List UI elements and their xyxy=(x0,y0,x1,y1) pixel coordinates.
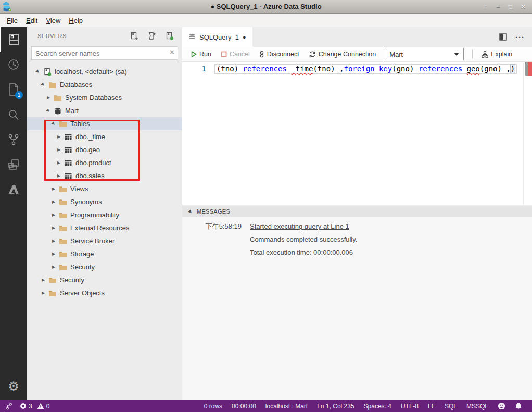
status-bar-right: 0 rows00:00:00localhost : MartLn 1, Col … xyxy=(199,402,527,410)
activitybar-search[interactable] xyxy=(0,102,27,127)
chevron-collapsed-icon[interactable]: ▶ xyxy=(49,226,58,230)
change-connection-button[interactable]: Change Connection xyxy=(305,47,380,61)
menu-help[interactable]: Help xyxy=(65,15,86,26)
shade-button[interactable]: ↑ xyxy=(481,3,490,10)
chevron-expanded-icon[interactable]: ▶ xyxy=(44,106,53,116)
code-area[interactable]: (tno) references _time(tno) ,foreign key… xyxy=(214,62,523,205)
menu-view[interactable]: View xyxy=(42,15,64,26)
tree-item-storage[interactable]: ▶Storage xyxy=(27,247,182,260)
chevron-collapsed-icon[interactable]: ▶ xyxy=(49,199,58,204)
tree-item-programmability[interactable]: ▶Programmability xyxy=(27,208,182,221)
tree-item-service-broker[interactable]: ▶Service Broker xyxy=(27,234,182,247)
menu-file[interactable]: File xyxy=(3,15,21,26)
status-connection[interactable]: localhost : Mart xyxy=(261,403,312,410)
explain-button[interactable]: Explain xyxy=(478,47,516,61)
activitybar-azure[interactable] xyxy=(0,177,27,202)
status-language-mode[interactable]: SQL xyxy=(440,403,462,410)
chevron-expanded-icon[interactable]: ▶ xyxy=(33,67,43,77)
split-editor-icon[interactable] xyxy=(499,33,507,41)
overview-ruler[interactable] xyxy=(523,62,532,205)
tree-item-localhost-default-sa[interactable]: ▶localhost, <default> (sa) xyxy=(27,65,182,78)
chevron-collapsed-icon[interactable]: ▶ xyxy=(55,173,63,178)
chevron-collapsed-icon[interactable]: ▶ xyxy=(49,213,58,217)
status-indentation[interactable]: Spaces: 4 xyxy=(359,403,396,410)
messages-panel-header[interactable]: ▶ MESSAGES xyxy=(182,206,532,217)
status-cursor-position[interactable]: Ln 1, Col 235 xyxy=(312,403,359,410)
database-dropdown-value: Mart xyxy=(389,51,403,58)
problems-status[interactable]: 3 0 xyxy=(17,403,52,410)
settings-gear-icon[interactable]: ⚙ xyxy=(0,375,27,398)
branch-icon xyxy=(6,403,12,410)
search-input[interactable] xyxy=(31,46,178,60)
error-marker xyxy=(528,62,532,76)
status-rows-count[interactable]: 0 rows xyxy=(199,403,227,410)
new-server-group-icon[interactable] xyxy=(148,32,156,40)
maximize-button[interactable]: □ xyxy=(506,3,515,10)
active-connections-icon[interactable] xyxy=(166,32,174,40)
run-button[interactable]: Run xyxy=(187,47,215,61)
chevron-collapsed-icon[interactable]: ▶ xyxy=(39,291,47,295)
minimize-button[interactable]: – xyxy=(493,3,503,10)
cancel-button[interactable]: Cancel xyxy=(217,47,254,61)
tree-item-synonyms[interactable]: ▶Synonyms xyxy=(27,195,182,208)
more-actions-icon[interactable]: ··· xyxy=(515,33,525,42)
message-row: Commands completed successfully. xyxy=(182,233,532,246)
activity-bar: 1⚙ xyxy=(0,27,27,400)
chevron-expanded-icon[interactable]: ▶ xyxy=(39,80,48,90)
tree-item-label: Security xyxy=(70,263,95,271)
chevron-collapsed-icon[interactable]: ▶ xyxy=(55,134,63,139)
tree-item-security[interactable]: ▶Security xyxy=(27,273,182,286)
tab-sqlquery-1[interactable]: SQLQuery_1 ● xyxy=(182,27,252,47)
chevron-collapsed-icon[interactable]: ▶ xyxy=(55,160,63,165)
chevron-collapsed-icon[interactable]: ▶ xyxy=(49,265,58,269)
activitybar-notebooks[interactable]: 1 xyxy=(0,77,27,102)
database-dropdown[interactable]: Mart xyxy=(385,48,464,60)
status-encoding[interactable]: UTF-8 xyxy=(396,403,423,410)
chevron-collapsed-icon[interactable]: ▶ xyxy=(55,147,63,152)
chevron-collapsed-icon[interactable]: ▶ xyxy=(39,278,47,282)
disconnect-button[interactable]: Disconnect xyxy=(256,47,303,61)
connections-icon xyxy=(8,33,20,46)
status-eol[interactable]: LF xyxy=(423,403,440,410)
activitybar-source-control[interactable] xyxy=(0,127,27,152)
tree-item-databases[interactable]: ▶Databases xyxy=(27,78,182,91)
task-history-icon xyxy=(7,58,20,71)
line-number: 1 xyxy=(182,65,214,73)
tree-item-dbo-geo[interactable]: ▶dbo.geo xyxy=(27,143,182,156)
token-bracket: ) xyxy=(511,65,515,73)
menu-edit[interactable]: Edit xyxy=(22,15,41,26)
chevron-collapsed-icon[interactable]: ▶ xyxy=(44,95,53,100)
tree-item-dbo-product[interactable]: ▶dbo.product xyxy=(27,156,182,169)
chevron-expanded-icon[interactable]: ▶ xyxy=(49,119,58,129)
activitybar-extensions[interactable] xyxy=(0,152,27,177)
tree-item-views[interactable]: ▶Views xyxy=(27,182,182,195)
code-editor[interactable]: 1 (tno) references _time(tno) ,foreign k… xyxy=(182,62,532,206)
remote-status[interactable] xyxy=(3,403,15,410)
chevron-collapsed-icon[interactable]: ▶ xyxy=(49,239,58,243)
new-connection-icon[interactable] xyxy=(130,32,138,40)
token-keyword: references xyxy=(243,65,287,73)
status-elapsed-time[interactable]: 00:00:00 xyxy=(227,403,261,410)
tree-item-security[interactable]: ▶Security xyxy=(27,260,182,273)
message-link[interactable]: Started executing query at Line 1 xyxy=(250,222,349,230)
activitybar-connections[interactable] xyxy=(0,27,27,52)
tree-item-external-resources[interactable]: ▶External Resources xyxy=(27,221,182,234)
chevron-collapsed-icon[interactable]: ▶ xyxy=(49,186,58,191)
clear-search-icon[interactable]: ✕ xyxy=(169,48,175,56)
chevron-collapsed-icon[interactable]: ▶ xyxy=(49,252,58,256)
feedback-smiley-icon[interactable] xyxy=(493,402,510,410)
status-bar: 3 0 0 rows00:00:00localhost : MartLn 1, … xyxy=(0,400,532,412)
tree-item-system-databases[interactable]: ▶System Databases xyxy=(27,91,182,104)
tree-item-label: Programmability xyxy=(70,211,119,219)
tree-item-dbo-time[interactable]: ▶dbo._time xyxy=(27,130,182,143)
menubar: FileEditViewHelp xyxy=(0,14,532,27)
tree-item-server-objects[interactable]: ▶Server Objects xyxy=(27,286,182,299)
tree-item-tables[interactable]: ▶Tables xyxy=(27,117,182,130)
close-button[interactable]: ✕ xyxy=(518,3,528,10)
servers-sidebar: SERVERS ✕ ▶localhost, <default> (sa)▶Dat… xyxy=(27,27,182,400)
tree-item-mart[interactable]: ▶Mart xyxy=(27,104,182,117)
activitybar-task-history[interactable] xyxy=(0,52,27,77)
status-provider[interactable]: MSSQL xyxy=(462,403,493,410)
tree-item-dbo-sales[interactable]: ▶dbo.sales xyxy=(27,169,182,182)
notifications-bell-icon[interactable] xyxy=(510,402,527,410)
